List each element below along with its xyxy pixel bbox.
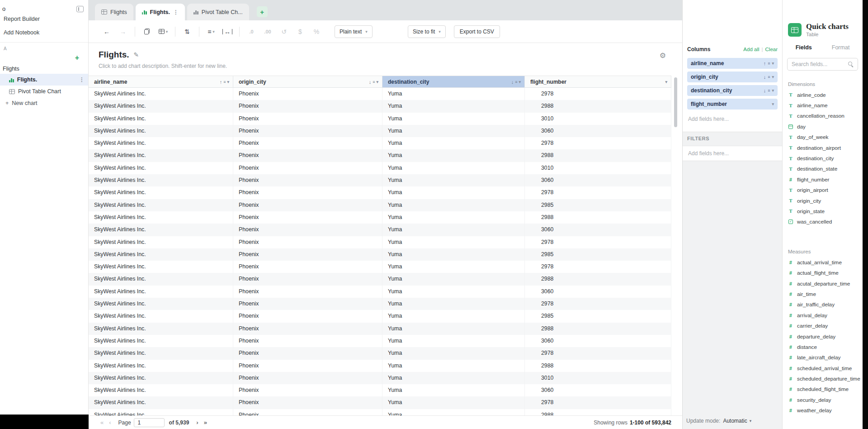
chevron-down-icon[interactable]: ▾ (772, 88, 774, 93)
sidebar-item-pivot-table-chart[interactable]: Pivot Table Chart (0, 86, 88, 97)
tab-flights[interactable]: Flights (95, 4, 133, 20)
update-mode-select[interactable]: Automatic▾ (723, 418, 751, 424)
column-pill-origin-city[interactable]: origin_city↓≡▾ (687, 72, 778, 82)
table-row[interactable]: SkyWest Airlines Inc.PhoenixYuma2985 (89, 199, 671, 211)
add-all-link[interactable]: Add all (743, 47, 759, 52)
previous-page-button[interactable]: ‹ (106, 419, 113, 426)
search-fields-input[interactable]: Search fields... (787, 58, 858, 71)
field-origin-airport[interactable]: Torigin_airport (783, 185, 863, 195)
scrollbar-thumb[interactable] (674, 77, 677, 127)
field-airline-name[interactable]: Tairline_name (783, 100, 863, 110)
field-late-aircraft-delay[interactable]: #late_aircraft_delay (783, 353, 863, 363)
table-row[interactable]: SkyWest Airlines Inc.PhoenixYuma2978 (89, 88, 671, 100)
sidebar-source-flights[interactable]: Flights (0, 61, 88, 74)
table-row[interactable]: SkyWest Airlines Inc.PhoenixYuma2985 (89, 248, 671, 261)
field-carrier-delay[interactable]: #carrier_delay (783, 320, 863, 331)
tab-format[interactable]: Format (832, 44, 850, 52)
field-arrival-delay[interactable]: #arrival_delay (783, 310, 863, 320)
table-row[interactable]: SkyWest Airlines Inc.PhoenixYuma3010 (89, 372, 671, 384)
table-row[interactable]: SkyWest Airlines Inc.PhoenixYuma2978 (89, 347, 671, 359)
table-row[interactable]: SkyWest Airlines Inc.PhoenixYuma2988 (89, 273, 671, 285)
field-cancellation-reason[interactable]: Tcancellation_reason (783, 111, 863, 121)
field-day[interactable]: day (783, 121, 863, 132)
page-number-input[interactable] (134, 418, 165, 427)
chevron-down-icon[interactable]: ▾ (772, 75, 774, 79)
field-airline-code[interactable]: Tairline_code (783, 90, 863, 100)
field-origin-state[interactable]: Torigin_state (783, 206, 863, 216)
chevron-down-icon[interactable]: ▾ (772, 61, 774, 66)
fit-width-button[interactable]: ↔ (221, 25, 234, 38)
field-actual-arrival-time[interactable]: #actual_arrival_time (783, 257, 863, 267)
field-distance[interactable]: #distance (783, 342, 863, 352)
field-origin-city[interactable]: Torigin_city (783, 195, 863, 206)
new-tab-button[interactable]: + (257, 6, 268, 17)
kebab-menu-icon[interactable]: ⋮ (79, 76, 85, 83)
field-security-delay[interactable]: #security_delay (783, 395, 863, 405)
tab-flights[interactable]: Flights.⋮ (136, 4, 185, 20)
field-departure-delay[interactable]: #departure_delay (783, 331, 863, 342)
column-header-airline-name[interactable]: airline_name↑≡▾ (89, 76, 233, 88)
page-title[interactable]: Flights. (99, 50, 129, 60)
table-row[interactable]: SkyWest Airlines Inc.PhoenixYuma2978 (89, 261, 671, 273)
field-weather-delay[interactable]: #weather_delay (783, 405, 863, 416)
table-row[interactable]: SkyWest Airlines Inc.PhoenixYuma2988 (89, 149, 671, 162)
back-button[interactable]: ← (100, 25, 113, 38)
tab-menu-icon[interactable]: ⋮ (173, 9, 179, 15)
field-day-of-week[interactable]: Tday_of_week (783, 132, 863, 143)
table-row[interactable]: SkyWest Airlines Inc.PhoenixYuma2978 (89, 298, 671, 310)
text-align-button[interactable]: ≡▾ (205, 25, 217, 38)
tab-pivot-table-ch[interactable]: Pivot Table Ch... (187, 4, 249, 20)
sidebar-new-chart[interactable]: + New chart (0, 97, 88, 106)
field-air-time[interactable]: #air_time (783, 289, 863, 299)
column-header-flight-number[interactable]: flight_number▾ (525, 76, 671, 88)
table-row[interactable]: SkyWest Airlines Inc.PhoenixYuma2988 (89, 211, 671, 224)
edit-title-icon[interactable]: ✎ (134, 51, 139, 58)
field-scheduled-departure-time[interactable]: #scheduled_departure_time (783, 373, 863, 384)
table-row[interactable]: SkyWest Airlines Inc.PhoenixYuma3060 (89, 224, 671, 236)
chevron-down-icon[interactable]: ▾ (519, 80, 521, 84)
field-flight-number[interactable]: #flight_number (783, 174, 863, 185)
table-row[interactable]: SkyWest Airlines Inc.PhoenixYuma2985 (89, 310, 671, 322)
column-pill-destination-city[interactable]: destination_city↓≡▾ (687, 85, 778, 96)
gear-icon[interactable]: ⚙ (660, 51, 666, 60)
table-row[interactable]: SkyWest Airlines Inc.PhoenixYuma2978 (89, 236, 671, 248)
table-row[interactable]: SkyWest Airlines Inc.PhoenixYuma2978 (89, 396, 671, 409)
add-fields-placeholder[interactable]: Add fields here... (683, 112, 782, 122)
table-row[interactable]: SkyWest Airlines Inc.PhoenixYuma3060 (89, 174, 671, 186)
field-air-traffic-delay[interactable]: #air_traffic_delay (783, 300, 863, 310)
sidebar-item-report-builder[interactable]: Report Builder (0, 12, 88, 26)
last-page-button[interactable]: » (201, 419, 210, 426)
table-row[interactable]: SkyWest Airlines Inc.PhoenixYuma2978 (89, 137, 671, 149)
column-pill-flight-number[interactable]: flight_number▾ (687, 99, 778, 110)
export-to-csv-button[interactable]: Export to CSV (454, 25, 500, 38)
field-destination-city[interactable]: Tdestination_city (783, 153, 863, 163)
field-acutal-departure-time[interactable]: #acutal_departure_time (783, 278, 863, 289)
field-destination-state[interactable]: Tdestination_state (783, 164, 863, 174)
collapse-sidebar-icon[interactable] (76, 6, 84, 12)
add-source-icon[interactable]: + (75, 55, 79, 61)
export-table-button[interactable]: ▾ (157, 25, 170, 38)
column-header-destination-city[interactable]: destination_city↓≡▾ (382, 76, 525, 88)
filters-add-fields[interactable]: Add fields here... (683, 146, 782, 161)
first-page-button[interactable]: « (98, 419, 106, 426)
field-destination-airport[interactable]: Tdestination_airport (783, 143, 863, 153)
chevron-down-icon[interactable]: ▾ (772, 102, 774, 106)
field-was-cancelled[interactable]: ✓was_cancelled (783, 217, 863, 227)
table-row[interactable]: SkyWest Airlines Inc.PhoenixYuma3010 (89, 162, 671, 174)
chevron-down-icon[interactable]: ▾ (227, 80, 229, 84)
table-row[interactable]: SkyWest Airlines Inc.PhoenixYuma3060 (89, 384, 671, 396)
tab-fields[interactable]: Fields (796, 44, 812, 52)
table-row[interactable]: SkyWest Airlines Inc.PhoenixYuma2988 (89, 360, 671, 372)
chevron-down-icon[interactable]: ▾ (665, 80, 667, 84)
vertical-scrollbar[interactable] (673, 76, 678, 415)
table-row[interactable]: SkyWest Airlines Inc.PhoenixYuma2988 (89, 409, 671, 415)
column-pill-airline-name[interactable]: airline_name↑≡▾ (687, 58, 778, 69)
table-row[interactable]: SkyWest Airlines Inc.PhoenixYuma3060 (89, 286, 671, 298)
sidebar-item-add-notebook[interactable]: Add Notebook (0, 26, 88, 39)
size-to-fit-select[interactable]: Size to fit▾ (408, 25, 446, 38)
field-scheduled-arrival-time[interactable]: #scheduled_arrival_time (783, 363, 863, 373)
next-page-button[interactable]: › (193, 419, 201, 426)
clear-link[interactable]: Clear (765, 47, 778, 52)
chart-description-placeholder[interactable]: Click to add chart description. Shift-en… (89, 60, 682, 69)
table-row[interactable]: SkyWest Airlines Inc.PhoenixYuma2988 (89, 323, 671, 335)
